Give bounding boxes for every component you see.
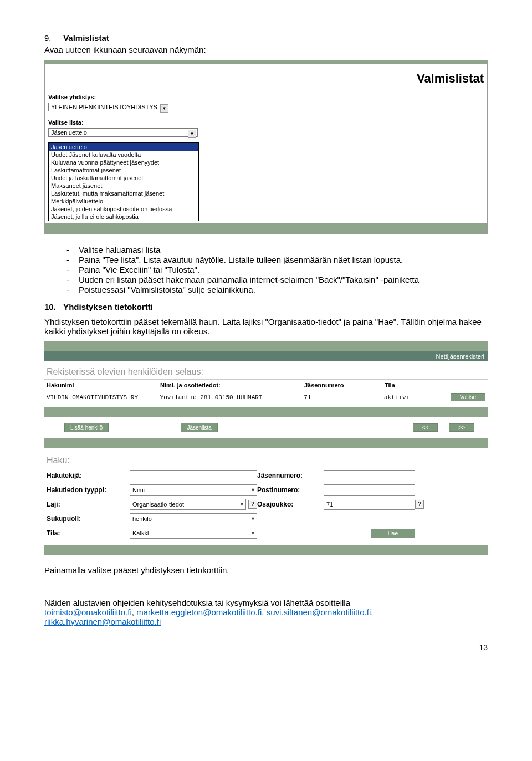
- help-icon[interactable]: ?: [248, 500, 257, 509]
- cell-jasennumero: 71: [304, 394, 384, 401]
- input-hakutekija[interactable]: [130, 470, 257, 481]
- hae-button[interactable]: Hae: [371, 529, 415, 538]
- search-form: Hakutekijä: Jäsennumero: Hakutiedon tyyp…: [44, 468, 488, 541]
- green-separator: [44, 407, 488, 417]
- option[interactable]: Jäsenet, joilla ei ole sähköpostia: [49, 213, 198, 221]
- screenshot-valmislistat: Valmislistat Valitse yhdistys: YLEINEN P…: [44, 60, 488, 234]
- label-postinumero: Postinumero:: [257, 486, 324, 494]
- haku-title: Haku:: [44, 448, 488, 468]
- section-9-title: Valmislistat: [63, 33, 109, 43]
- col-jasennumero: Jäsennumero: [304, 382, 385, 389]
- select-hakutiedon-tyyppi[interactable]: Nimi▼: [130, 484, 257, 496]
- option[interactable]: Kuluvana vuonna päättyneet jäsenyydet: [49, 159, 198, 166]
- select-yhdistys[interactable]: YLEINEN PIENKIINTEISTÖYHDISTYS ▼: [48, 103, 170, 111]
- option[interactable]: Laskuttamattomat jäsenet: [49, 166, 198, 174]
- green-separator: [44, 438, 488, 448]
- footer-text: Näiden alustavien ohjeiden kehitysehdotu…: [44, 598, 488, 626]
- green-separator: [45, 223, 487, 233]
- valitse-button[interactable]: Valitse: [451, 393, 485, 401]
- header-bar: Nettijäsenrekisteri: [44, 351, 488, 361]
- label-valitse-lista: Valitse lista:: [45, 117, 487, 127]
- input-jasennumero[interactable]: [324, 470, 415, 481]
- link-marketta[interactable]: marketta.eggleton@omakotiliitto.fi: [136, 607, 262, 617]
- browse-section-title: Rekisterissä olevien henkilöiden selaus:: [44, 361, 488, 380]
- option[interactable]: Uudet Jäsenet kuluvalta vuodelta: [49, 151, 198, 159]
- option[interactable]: Laskutetut, mutta maksamattomat jäsenet: [49, 190, 198, 197]
- input-postinumero[interactable]: [324, 484, 415, 496]
- dropdown-lista-options[interactable]: Jäsenluettelo Uudet Jäsenet kuluvalta vu…: [48, 142, 199, 221]
- link-riikka[interactable]: riikka.hyvarinen@omakotiliitto.fi: [44, 617, 161, 626]
- bullet: -Paina "Vie Exceliin" tai "Tulosta".: [66, 265, 488, 274]
- select-yhdistys-value: YLEINEN PIENKIINTEISTÖYHDISTYS: [51, 104, 157, 110]
- select-lista-value: Jäsenluettelo: [51, 129, 87, 136]
- next-button[interactable]: >>: [449, 423, 474, 432]
- link-suvi[interactable]: suvi.siltanen@omakotiliitto.fi: [267, 607, 371, 617]
- chevron-down-icon: ▼: [160, 104, 168, 113]
- label-hakutekija: Hakutekijä:: [47, 472, 130, 479]
- col-nimi-osoite: Nimi- ja osoitetiedot:: [160, 382, 304, 389]
- col-hakunimi: Hakunimi: [47, 382, 160, 389]
- chevron-down-icon: ▼: [250, 487, 255, 493]
- table-header-row: Hakunimi Nimi- ja osoitetiedot: Jäsennum…: [44, 380, 488, 391]
- chevron-down-icon: ▼: [250, 530, 255, 536]
- option[interactable]: Maksaneet jäsenet: [49, 182, 198, 190]
- option[interactable]: Uudet ja laskuttamattomat jäsenet: [49, 174, 198, 182]
- section-10-para: Yhdistyksen tietokorttiin pääset tekemäl…: [44, 317, 488, 336]
- select-laji[interactable]: Organisaatio-tiedot▼: [130, 499, 246, 510]
- label-valitse-yhdistys: Valitse yhdistys:: [45, 91, 487, 101]
- col-tila: Tila: [385, 382, 451, 389]
- shot1-title: Valmislistat: [45, 64, 487, 91]
- option-jasenluettelo[interactable]: Jäsenluettelo: [49, 143, 198, 151]
- after-shot2-text: Painamalla valitse pääset yhdistyksen ti…: [44, 565, 488, 575]
- section-9-number: 9.: [44, 33, 61, 43]
- green-bar: [44, 341, 488, 351]
- section-9-bullets: -Valitse haluamasi lista -Paina "Tee lis…: [66, 245, 488, 294]
- label-osajoukko: Osajoukko:: [257, 500, 324, 508]
- green-separator: [44, 545, 488, 555]
- header-title: Nettijäsenrekisteri: [436, 353, 484, 360]
- select-tila[interactable]: Kaikki▼: [130, 528, 257, 539]
- label-sukupuoli: Sukupuoli:: [47, 515, 130, 523]
- section-10-title: Yhdistyksen tietokortti: [63, 302, 153, 311]
- select-lista[interactable]: Jäsenluettelo ▼: [48, 128, 198, 137]
- chevron-down-icon: ▼: [239, 502, 244, 507]
- link-toimisto[interactable]: toimisto@omakotiliitto.fi: [44, 607, 132, 617]
- section-10-heading: 10. Yhdistyksen tietokortti: [44, 302, 488, 311]
- option[interactable]: Merkkipäiväluettelo: [49, 197, 198, 205]
- label-jasennumero: Jäsennumero:: [257, 472, 324, 479]
- button-row: Lisää henkilö Jäsenlista << >>: [44, 417, 488, 438]
- label-hakutiedon-tyyppi: Hakutiedon tyyppi:: [47, 486, 130, 494]
- prev-button[interactable]: <<: [413, 423, 438, 432]
- section-9-heading: 9. Valmislistat: [44, 33, 488, 43]
- cell-tila: aktiivi: [384, 394, 451, 401]
- chevron-down-icon: ▼: [250, 516, 255, 522]
- input-osajoukko[interactable]: 71: [324, 499, 415, 510]
- bullet: -Paina "Tee lista". Lista avautuu näytöl…: [66, 255, 488, 264]
- chevron-down-icon: ▼: [188, 130, 196, 138]
- section-10-number: 10.: [44, 302, 61, 311]
- table-row: VIHDIN OMAKOTIYHDISTYS RY Yövilantie 281…: [44, 391, 488, 404]
- label-laji: Laji:: [47, 500, 130, 508]
- jasenlista-button[interactable]: Jäsenlista: [181, 423, 217, 432]
- cell-nimi-osoite: Yövilantie 281 03150 HUHMARI: [160, 394, 304, 401]
- cell-hakunimi: VIHDIN OMAKOTIYHDISTYS RY: [47, 394, 160, 401]
- bullet: -Valitse haluamasi lista: [66, 245, 488, 254]
- bullet: -Poistuessasi "Valmislistoista" sulje se…: [66, 285, 488, 294]
- screenshot-rekisteri: Nettijäsenrekisteri Rekisterissä olevien…: [44, 341, 488, 555]
- label-tila: Tila:: [47, 529, 130, 537]
- option[interactable]: Jäsenet, joiden sähköpostiosoite on tied…: [49, 205, 198, 213]
- lisaa-henkilo-button[interactable]: Lisää henkilö: [64, 423, 109, 432]
- help-icon[interactable]: ?: [415, 500, 424, 509]
- page-number: 13: [44, 643, 488, 652]
- bullet: -Uuden eri listan pääset hakemaan painam…: [66, 275, 488, 284]
- section-9-intro: Avaa uuteen ikkunaan seuraavan näkymän:: [44, 45, 488, 54]
- select-sukupuoli[interactable]: henkilö▼: [130, 513, 257, 524]
